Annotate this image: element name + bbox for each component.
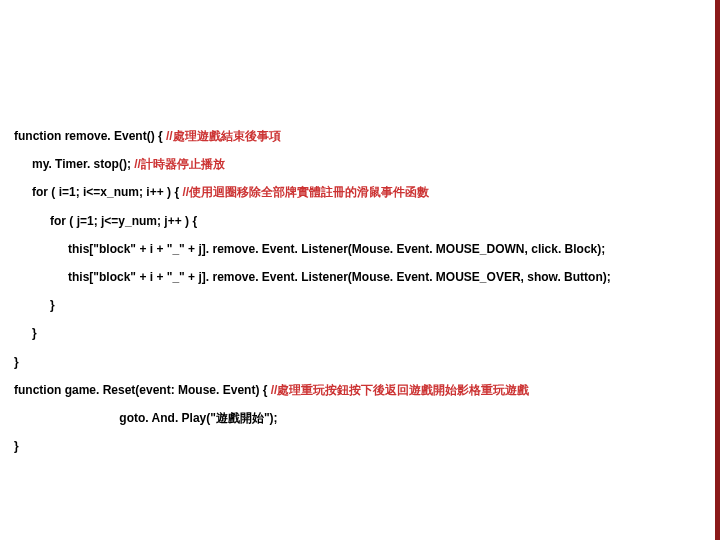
code-text: for ( i=1; i<=x_num; i++ ) {	[32, 185, 179, 199]
code-text: my. Timer. stop();	[32, 157, 131, 171]
code-line: }	[14, 319, 611, 347]
code-text: for ( j=1; j<=y_num; j++ ) {	[50, 214, 197, 228]
code-line: for ( i=1; i<=x_num; i++ ) { //使用迴圈移除全部牌…	[14, 178, 611, 206]
code-text: }	[50, 298, 55, 312]
code-text: goto. And. Play("遊戲開始");	[119, 411, 277, 425]
code-line: }	[14, 348, 611, 376]
code-text: }	[14, 439, 19, 453]
code-text: this["block" + i + "_" + j]. remove. Eve…	[68, 242, 605, 256]
comment-text: //處理重玩按鈕按下後返回遊戲開始影格重玩遊戲	[271, 383, 530, 397]
code-line: }	[14, 291, 611, 319]
code-text: function game. Reset(event: Mouse. Event…	[14, 383, 267, 397]
code-line: goto. And. Play("遊戲開始");	[14, 404, 611, 432]
code-line: function game. Reset(event: Mouse. Event…	[14, 376, 611, 404]
code-line: }	[14, 432, 611, 460]
comment-text: //計時器停止播放	[134, 157, 225, 171]
code-text: this["block" + i + "_" + j]. remove. Eve…	[68, 270, 611, 284]
code-line: this["block" + i + "_" + j]. remove. Eve…	[14, 235, 611, 263]
code-text: function remove. Event() {	[14, 129, 163, 143]
code-block: function remove. Event() { //處理遊戲結束後事項 m…	[14, 122, 611, 460]
code-line: my. Timer. stop(); //計時器停止播放	[14, 150, 611, 178]
code-line: for ( j=1; j<=y_num; j++ ) {	[14, 207, 611, 235]
code-text: }	[32, 326, 37, 340]
code-text: }	[14, 355, 19, 369]
comment-text: //使用迴圈移除全部牌實體註冊的滑鼠事件函數	[182, 185, 429, 199]
accent-bar	[715, 0, 720, 540]
code-line: this["block" + i + "_" + j]. remove. Eve…	[14, 263, 611, 291]
comment-text: //處理遊戲結束後事項	[166, 129, 281, 143]
code-line: function remove. Event() { //處理遊戲結束後事項	[14, 122, 611, 150]
